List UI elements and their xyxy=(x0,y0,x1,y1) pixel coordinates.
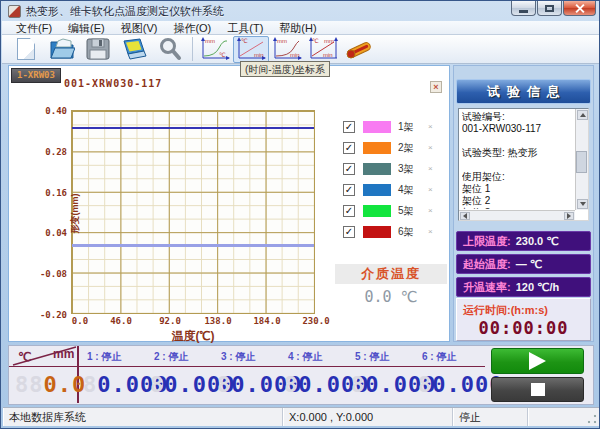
maximize-button[interactable] xyxy=(537,1,562,16)
info-line: 试验类型: 热变形 xyxy=(462,147,573,159)
chart-title: 001-XRW030-117 xyxy=(64,78,162,89)
menu-view[interactable]: 视图(V) xyxy=(113,21,166,35)
series-label: 6架 xyxy=(398,225,424,239)
series-swatch xyxy=(363,226,391,238)
x-tick: 230.0 xyxy=(302,316,329,326)
series-swatch xyxy=(363,205,391,217)
reference-line-upper xyxy=(72,127,314,129)
menu-operate[interactable]: 操作(O) xyxy=(165,21,219,35)
toolbar-tooltip: (时间-温度)坐标系 xyxy=(240,61,330,77)
coord-deform-temp-icon: mm ℃ xyxy=(199,36,231,62)
runtime-label: 运行时间:(h:m:s) xyxy=(463,303,548,318)
legend-checkbox[interactable]: ✓ xyxy=(343,163,355,175)
legend-checkbox[interactable]: ✓ xyxy=(343,121,355,133)
minimize-icon xyxy=(519,10,528,13)
info-line: 001-XRW030-117 xyxy=(462,123,573,135)
legend-item: ✓ 4架 × xyxy=(343,179,447,200)
scroll-up-icon[interactable] xyxy=(577,110,588,120)
param-value: 230.0 ℃ xyxy=(516,235,559,248)
chart-tab[interactable]: 1-XRW03 xyxy=(11,68,61,83)
channel-1: 1 : 停止 80.000 xyxy=(81,347,148,403)
save-button[interactable] xyxy=(80,36,116,63)
medium-temp-value: 0.0 ℃ xyxy=(335,288,447,306)
legend-checkbox[interactable]: ✓ xyxy=(343,184,355,196)
minimize-button[interactable] xyxy=(511,1,536,16)
legend-checkbox[interactable]: ✓ xyxy=(343,142,355,154)
title-bar: 热变形、维卡软化点温度测定仪软件系统 xyxy=(1,1,599,21)
horizontal-scrollbar[interactable] xyxy=(459,210,575,220)
coord-temp-deform-time-icon: ℃ mm min xyxy=(307,36,339,62)
info-line xyxy=(462,135,573,147)
scroll-down-icon[interactable] xyxy=(577,199,588,209)
x-tick: 0.0 xyxy=(72,316,88,326)
play-icon xyxy=(529,352,546,370)
series-label: 3架 xyxy=(398,162,424,176)
param-label: 起始温度: xyxy=(463,257,511,272)
runtime-value: 00:00:00 xyxy=(457,318,590,338)
channel-status: 5 : 停止 xyxy=(355,350,389,364)
scrollbar-thumb[interactable] xyxy=(576,151,587,173)
toolbar-separator xyxy=(192,37,193,61)
info-line: 架位 2 xyxy=(462,195,573,207)
series-marker-icon: × xyxy=(428,122,433,131)
coord-temp-time-button[interactable]: ℃ min xyxy=(233,36,269,63)
x-tick: 92.0 xyxy=(159,316,181,326)
channel-status: 6 : 停止 xyxy=(422,350,456,364)
channel-6: 6 : 停止 80.000 xyxy=(416,347,483,403)
channel-2: 2 : 停止 80.000 xyxy=(148,347,215,403)
vertical-scrollbar[interactable] xyxy=(575,109,588,210)
info-line xyxy=(462,159,573,171)
coord-deform-time-icon: mm min xyxy=(271,36,303,62)
series-marker-icon: × xyxy=(428,227,433,236)
resize-grip[interactable] xyxy=(586,413,598,425)
menu-edit[interactable]: 编辑(E) xyxy=(60,21,113,35)
legend-checkbox[interactable]: ✓ xyxy=(343,205,355,217)
panel-title: 试验信息 xyxy=(456,79,591,104)
search-button[interactable] xyxy=(152,36,188,63)
scroll-right-icon[interactable] xyxy=(564,212,574,220)
scroll-left-icon[interactable] xyxy=(460,212,470,220)
medium-temp-label: 介质温度 xyxy=(335,264,447,284)
stop-button[interactable] xyxy=(491,377,584,402)
chart-close-icon[interactable]: × xyxy=(430,81,442,93)
report-button[interactable] xyxy=(116,36,152,63)
coord-temp-deform-time-button[interactable]: ℃ mm min xyxy=(305,36,341,63)
status-bar: 本地数据库系统 X:0.000 , Y:0.000 停止 xyxy=(3,407,599,426)
svg-text:mm: mm xyxy=(324,38,334,44)
series-label: 2架 xyxy=(398,141,424,155)
channel-3: 3 : 停止 80.000 xyxy=(215,347,282,403)
y-tick: 0.28 xyxy=(45,147,67,157)
coord-deform-temp-button[interactable]: mm ℃ xyxy=(197,36,233,63)
status-state: 停止 xyxy=(453,408,528,426)
stop-icon xyxy=(531,383,545,396)
coord-deform-time-button[interactable]: mm min xyxy=(269,36,305,63)
svg-text:min: min xyxy=(290,52,300,58)
series-marker-icon: × xyxy=(428,164,433,173)
menu-tools[interactable]: 工具(T) xyxy=(219,21,271,35)
new-file-button[interactable] xyxy=(8,36,44,63)
app-icon xyxy=(8,5,21,18)
app-window: 热变形、维卡软化点温度测定仪软件系统 文件(F) 编辑(E) 视图(V) 操作(… xyxy=(0,0,600,429)
svg-text:℃: ℃ xyxy=(312,38,319,44)
series-label: 4架 xyxy=(398,183,424,197)
temp-display: 880.0 xyxy=(15,372,86,397)
legend-item: ✓ 2架 × xyxy=(343,137,447,158)
series-label: 5架 xyxy=(398,204,424,218)
start-button[interactable] xyxy=(491,348,584,374)
thermometer-button[interactable] xyxy=(341,36,377,63)
window-title: 热变形、维卡软化点温度测定仪软件系统 xyxy=(26,4,224,19)
menu-file[interactable]: 文件(F) xyxy=(8,21,60,35)
svg-text:℃: ℃ xyxy=(241,38,248,44)
test-info-box: 试验编号: 001-XRW030-117 试验类型: 热变形 使用架位: 架位 … xyxy=(458,108,589,221)
param-label: 升温速率: xyxy=(463,280,511,295)
series-swatch xyxy=(363,184,391,196)
info-line: 试验编号: xyxy=(462,111,573,123)
plot-area[interactable]: 0.40 0.28 0.16 0.04 -0.08 -0.20 0.0 46.0… xyxy=(71,110,315,314)
legend-checkbox[interactable]: ✓ xyxy=(343,226,355,238)
legend-item: ✓ 5架 × xyxy=(343,200,447,221)
menu-help[interactable]: 帮助(H) xyxy=(271,21,324,35)
param-value: 120 ℃/h xyxy=(516,281,560,294)
open-file-button[interactable] xyxy=(44,36,80,63)
x-tick: 184.0 xyxy=(253,316,280,326)
close-button[interactable] xyxy=(563,1,596,16)
